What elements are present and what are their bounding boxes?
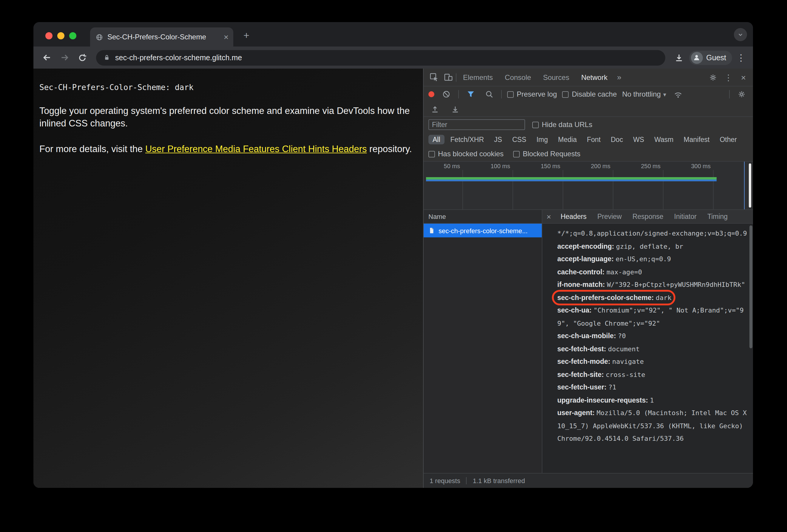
timeline-tick: 300 ms <box>670 163 710 170</box>
header-line: sec-fetch-mode: navigate <box>557 355 747 368</box>
inspect-element-icon[interactable] <box>427 71 440 83</box>
detail-scrollbar[interactable] <box>749 225 752 348</box>
divider <box>458 90 459 98</box>
network-settings-gear-icon[interactable] <box>735 88 748 100</box>
preserve-log-checkbox[interactable] <box>507 91 514 97</box>
filter-pill-fetch-xhr[interactable]: Fetch/XHR <box>446 135 488 144</box>
filter-pill-doc[interactable]: Doc <box>607 135 627 144</box>
filter-pill-font[interactable]: Font <box>583 135 605 144</box>
filter-input[interactable] <box>428 119 525 130</box>
minimize-window-button[interactable] <box>57 32 64 39</box>
transferred-size: 1.1 kB transferred <box>467 477 531 484</box>
back-button[interactable] <box>39 50 54 65</box>
filter-pill-all[interactable]: All <box>428 135 445 144</box>
close-window-button[interactable] <box>45 32 52 39</box>
reload-button[interactable] <box>75 50 90 65</box>
address-bar[interactable]: sec-ch-prefers-color-scheme.glitch.me <box>96 50 665 65</box>
throttling-value: No throttling <box>622 90 661 98</box>
tab-headers[interactable]: Headers <box>555 210 592 223</box>
overview-bar-green <box>426 177 717 179</box>
overview-scrollbar[interactable] <box>749 163 751 207</box>
filter-pill-manifest[interactable]: Manifest <box>680 135 714 144</box>
filter-pill-img[interactable]: Img <box>532 135 552 144</box>
record-button[interactable] <box>428 91 434 97</box>
hide-data-urls-checkbox[interactable] <box>532 121 539 128</box>
page-paragraph: For more details, visit the User Prefere… <box>39 142 417 155</box>
tab-timing[interactable]: Timing <box>702 210 733 223</box>
preserve-log-group: Preserve log <box>507 90 557 98</box>
filter-funnel-icon[interactable] <box>464 88 477 100</box>
tab-elements[interactable]: Elements <box>458 69 498 86</box>
blocked-requests-group: Blocked Requests <box>513 150 580 158</box>
gridline <box>563 170 563 209</box>
download-button[interactable] <box>671 50 686 65</box>
filter-bar: Hide data URLs <box>424 117 753 132</box>
tab-console[interactable]: Console <box>499 69 536 86</box>
request-row[interactable]: sec-ch-prefers-color-scheme... <box>424 224 542 237</box>
name-column-header[interactable]: Name <box>424 210 542 224</box>
tab-search-button[interactable] <box>734 28 747 41</box>
blocked-filters-bar: Has blocked cookies Blocked Requests <box>424 147 753 162</box>
timeline-tick: 100 ms <box>470 163 510 170</box>
profile-button[interactable]: Guest <box>689 50 732 65</box>
header-line: sec-ch-ua: "Chromium";v="92", " Not A;Br… <box>557 304 747 330</box>
divider <box>456 73 456 82</box>
divider <box>501 90 502 98</box>
clear-icon[interactable] <box>440 88 453 100</box>
tab-network[interactable]: Network <box>576 69 613 86</box>
overview-bar-blue <box>426 179 717 181</box>
tab-initiator[interactable]: Initiator <box>669 210 702 223</box>
repository-link[interactable]: User Preference Media Features Client Hi… <box>145 144 367 154</box>
detail-tabbar: × Headers Preview Response Initiator Tim… <box>543 210 753 224</box>
import-har-icon[interactable] <box>428 103 442 115</box>
header-line: */*;q=0.8,application/signed-exchange;v=… <box>557 227 747 240</box>
has-blocked-cookies-checkbox[interactable] <box>428 151 435 157</box>
filter-pill-media[interactable]: Media <box>554 135 581 144</box>
browser-tab[interactable]: Sec-CH-Prefers-Color-Scheme × <box>90 27 233 46</box>
zoom-window-button[interactable] <box>69 32 77 39</box>
blocked-requests-checkbox[interactable] <box>513 151 520 157</box>
lock-icon[interactable] <box>103 54 110 62</box>
timeline-tick: 250 ms <box>620 163 660 170</box>
filter-pill-ws[interactable]: WS <box>629 135 648 144</box>
header-line: accept-language: en-US,en;q=0.9 <box>557 253 747 266</box>
browser-window: Sec-CH-Prefers-Color-Scheme × + <box>34 22 753 488</box>
filter-pill-css[interactable]: CSS <box>508 135 530 144</box>
chevron-down-icon <box>737 31 744 38</box>
devtools-close-icon[interactable]: × <box>738 72 749 82</box>
devtools-tabbar: Elements Console Sources Network » ⋮ × <box>424 69 753 87</box>
avatar-icon <box>690 51 703 64</box>
filter-pill-wasm[interactable]: Wasm <box>650 135 678 144</box>
close-detail-icon[interactable]: × <box>543 212 555 221</box>
gridline <box>513 170 513 209</box>
new-tab-button[interactable]: + <box>240 29 253 42</box>
devtools-menu-icon[interactable]: ⋮ <box>721 72 736 82</box>
desktop: Sec-CH-Prefers-Color-Scheme × + <box>0 0 787 532</box>
header-line: sec-fetch-site: cross-site <box>557 368 747 381</box>
disable-cache-group: Disable cache <box>562 90 617 98</box>
device-toolbar-icon[interactable] <box>442 71 455 83</box>
timeline-tick: 150 ms <box>520 163 560 170</box>
tab-close-icon[interactable]: × <box>224 33 229 41</box>
filter-pill-js[interactable]: JS <box>490 135 506 144</box>
throttling-dropdown[interactable]: No throttling ▾ <box>622 90 666 98</box>
search-icon[interactable] <box>483 88 496 100</box>
network-overview-timeline[interactable]: 50 ms 100 ms 150 ms 200 ms 250 ms 300 ms <box>424 162 753 210</box>
tab-response[interactable]: Response <box>627 210 669 223</box>
more-tabs-icon[interactable]: » <box>614 73 624 82</box>
forward-button[interactable] <box>57 50 72 65</box>
request-name: sec-ch-prefers-color-scheme... <box>439 227 528 234</box>
tab-sources[interactable]: Sources <box>538 69 575 86</box>
request-detail-pane: × Headers Preview Response Initiator Tim… <box>543 210 753 473</box>
disable-cache-checkbox[interactable] <box>562 91 569 97</box>
filter-pill-other[interactable]: Other <box>716 135 741 144</box>
browser-menu-button[interactable]: ⋮ <box>735 52 748 63</box>
network-conditions-icon[interactable] <box>672 88 685 100</box>
settings-gear-icon[interactable] <box>706 71 720 83</box>
has-blocked-cookies-group: Has blocked cookies <box>428 150 504 158</box>
export-har-icon[interactable] <box>449 103 462 115</box>
header-line: sec-ch-ua-mobile: ?0 <box>557 330 747 342</box>
network-toolbar: Preserve log Disable cache No throttling… <box>424 87 753 102</box>
tab-preview[interactable]: Preview <box>592 210 627 223</box>
disable-cache-label: Disable cache <box>572 90 617 98</box>
